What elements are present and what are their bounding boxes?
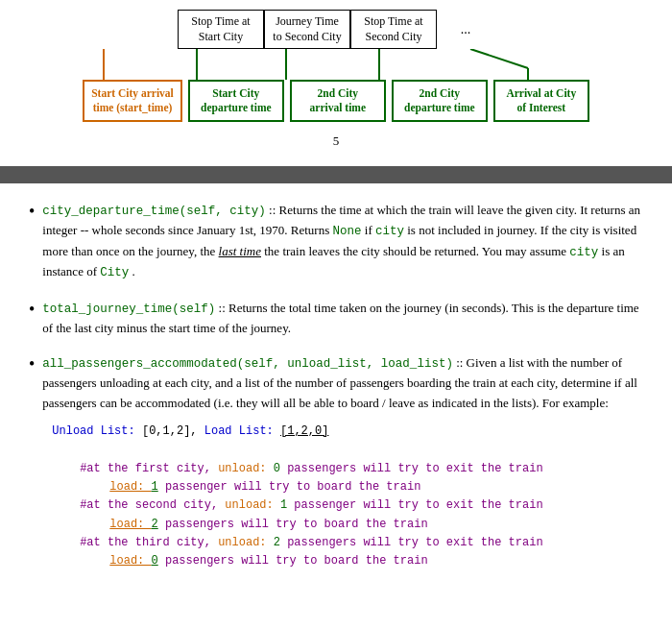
example-line-1a: #at the first city, unload: 0 passengers… bbox=[52, 460, 643, 478]
example-block: Unload List: [0,1,2], Load List: [1,2,0]… bbox=[42, 423, 643, 570]
example-intro: Unload List: [0,1,2], Load List: [1,2,0] bbox=[52, 423, 643, 441]
example-line-2a: #at the second city, unload: 1 passenger… bbox=[52, 496, 643, 515]
load-val-3: 0 bbox=[152, 554, 158, 568]
load-kw-3: load: bbox=[109, 554, 151, 568]
comment-1b: passenger will try to board the train bbox=[158, 480, 421, 494]
load-val-2: 2 bbox=[152, 518, 158, 531]
bottom-box-2nd-departure: 2nd Citydeparture time bbox=[392, 80, 488, 122]
list-item-all-passengers: • all_passengers_accommodated(self, unlo… bbox=[29, 353, 643, 570]
unload-kw-2: unload: bbox=[225, 498, 280, 512]
section-divider bbox=[0, 166, 672, 183]
unload-kw-3: unload: bbox=[218, 536, 274, 549]
top-box-journey-time: Journey Timeto Second City bbox=[264, 10, 350, 49]
load-label: Load List: bbox=[204, 424, 280, 438]
example-line-3a: #at the third city, unload: 2 passengers… bbox=[52, 534, 643, 552]
method-name-2: total_journey_time(self) bbox=[42, 302, 215, 316]
list-item-total-journey: • total_journey_time(self) :: Returns th… bbox=[29, 299, 643, 339]
example-line-3b: load: 0 passengers will try to board the… bbox=[52, 552, 643, 570]
city-class: City bbox=[100, 266, 129, 279]
load-kw-1: load: bbox=[109, 480, 151, 494]
comma-sep: , bbox=[190, 424, 204, 438]
page-number: 5 bbox=[19, 122, 653, 157]
comment-3a: #at the third city, bbox=[80, 536, 218, 549]
bullet-text-1d: the train leaves the city should be retu… bbox=[264, 244, 569, 258]
last-time-emphasis: last time bbox=[219, 244, 261, 258]
bottom-box-2nd-arrival: 2nd Cityarrival time bbox=[290, 80, 386, 122]
comment-2a: #at the second city, bbox=[80, 498, 225, 512]
example-line-1b: load: 1 passenger will try to board the … bbox=[52, 478, 643, 496]
bottom-box-arrival-interest: Arrival at Cityof Interest bbox=[493, 80, 589, 122]
none-keyword: None bbox=[333, 225, 362, 238]
top-box-stop-time-start: Stop Time atStart City bbox=[178, 10, 264, 49]
unload-value: [0,1,2] bbox=[142, 424, 190, 438]
comment-3b: passengers will try to board the train bbox=[158, 554, 428, 568]
bottom-box-start-arrival: Start City arrivaltime (start_time) bbox=[83, 80, 182, 122]
unload-label: Unload List: bbox=[52, 424, 142, 438]
bullet-content-3: all_passengers_accommodated(self, unload… bbox=[42, 353, 643, 570]
svg-line-4 bbox=[470, 49, 528, 68]
list-item-city-departure: • city_departure_time(self, city) :: Ret… bbox=[29, 201, 643, 283]
load-val-1: 1 bbox=[152, 480, 158, 494]
load-value: [1,2,0] bbox=[280, 424, 328, 438]
comment-1a: #at the first city, bbox=[80, 462, 218, 475]
diagram-section: Stop Time atStart City Journey Timeto Se… bbox=[0, 0, 672, 166]
connector-lines bbox=[58, 49, 614, 80]
bullet-text-1f: . bbox=[132, 264, 135, 278]
load-kw-2: load: bbox=[109, 518, 151, 531]
bullet-dot-2: • bbox=[29, 300, 35, 321]
bottom-boxes-row: Start City arrivaltime (start_time) Star… bbox=[19, 80, 653, 122]
content-section: • city_departure_time(self, city) :: Ret… bbox=[0, 183, 672, 605]
city-param-2: city bbox=[569, 246, 598, 259]
comment-1a-end: passengers will try to exit the train bbox=[280, 462, 543, 475]
unload-val-3: 2 bbox=[274, 536, 280, 549]
method-list: • city_departure_time(self, city) :: Ret… bbox=[29, 201, 643, 570]
top-box-stop-time-second: Stop Time atSecond City bbox=[350, 10, 437, 49]
unload-kw-1: unload: bbox=[218, 462, 274, 475]
city-param: city bbox=[375, 225, 404, 238]
method-name-3: all_passengers_accommodated(self, unload… bbox=[42, 357, 453, 371]
bullet-dot-1: • bbox=[29, 202, 35, 223]
method-name-1: city_departure_time(self, city) bbox=[42, 205, 266, 218]
start-time-label: (start_time) bbox=[116, 102, 172, 113]
comment-3a-end: passengers will try to exit the train bbox=[280, 536, 543, 549]
top-boxes-row: Stop Time atStart City Journey Timeto Se… bbox=[19, 10, 653, 49]
bullet-text-1b: if bbox=[365, 223, 375, 237]
bottom-box-start-departure: Start Citydeparture time bbox=[188, 80, 284, 122]
bullet-content-2: total_journey_time(self) :: Returns the … bbox=[42, 299, 643, 339]
example-line-2b: load: 2 passengers will try to board the… bbox=[52, 516, 643, 534]
bullet-content-1: city_departure_time(self, city) :: Retur… bbox=[42, 201, 643, 283]
bullet-dot-3: • bbox=[29, 354, 35, 375]
comment-2b: passengers will try to board the train bbox=[158, 518, 428, 531]
top-box-dots: ... bbox=[437, 18, 494, 41]
unload-val-1: 0 bbox=[274, 462, 280, 475]
comment-2a-end: passenger will try to exit the train bbox=[287, 498, 542, 512]
